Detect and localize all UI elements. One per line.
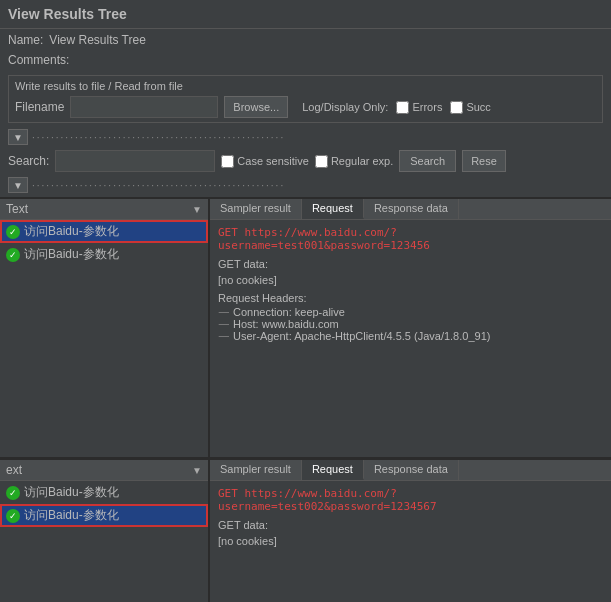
right-panel-top: Sampler result Request Response data GET… <box>210 199 611 457</box>
search-label: Search: <box>8 154 49 168</box>
expand-btn-1[interactable]: ▼ <box>8 129 28 145</box>
dropdown-icon-top[interactable]: ▼ <box>192 204 202 215</box>
status-icon-bottom-2: ✓ <box>6 509 20 523</box>
log-display-label: Log/Display Only: <box>302 101 388 113</box>
left-header-top: Text ▼ <box>0 199 208 220</box>
divider-row-1: ▼ ······································… <box>0 127 611 147</box>
status-icon-top-1: ✓ <box>6 225 20 239</box>
case-sensitive-label[interactable]: Case sensitive <box>221 155 309 168</box>
left-panel-bottom: ext ▼ ✓ 访问Baidu-参数化 ✓ 访问Baidu-参数化 <box>0 460 210 602</box>
errors-checkbox[interactable] <box>396 101 409 114</box>
tree-item-bottom-2[interactable]: ✓ 访问Baidu-参数化 <box>0 504 208 527</box>
tab-sampler-result-top[interactable]: Sampler result <box>210 199 302 219</box>
tab-request-top[interactable]: Request <box>302 199 364 219</box>
regex-checkbox[interactable] <box>315 155 328 168</box>
url-line-bottom: GET https://www.baidu.com/?username=test… <box>218 487 603 513</box>
request-headers-label-top: Request Headers: <box>218 292 603 304</box>
url-line-top: GET https://www.baidu.com/?username=test… <box>218 226 603 252</box>
comments-row: Comments: <box>0 51 611 71</box>
item-text-bottom-1: 访问Baidu-参数化 <box>24 484 119 501</box>
file-section: Write results to file / Read from file F… <box>8 75 603 123</box>
cookies-top: [no cookies] <box>218 274 603 286</box>
tree-item-top-1[interactable]: ✓ 访问Baidu-参数化 <box>0 220 208 243</box>
success-checkbox-label[interactable]: Succ <box>450 101 490 114</box>
content-area-bottom: GET https://www.baidu.com/?username=test… <box>210 481 611 602</box>
search-row: Search: Case sensitive Regular exp. Sear… <box>0 147 611 175</box>
content-area-top: GET https://www.baidu.com/?username=test… <box>210 220 611 457</box>
browse-button[interactable]: Browse... <box>224 96 288 118</box>
header-connection: ⸻ Connection: keep-alive <box>218 306 603 318</box>
file-section-title: Write results to file / Read from file <box>15 80 596 92</box>
name-label: Name: <box>8 33 43 47</box>
success-checkbox[interactable] <box>450 101 463 114</box>
name-value: View Results Tree <box>49 33 146 47</box>
tab-sampler-result-bottom[interactable]: Sampler result <box>210 460 302 480</box>
main-panel-top: Text ▼ ✓ 访问Baidu-参数化 ✓ 访问Baidu-参数化 Sampl… <box>0 197 611 457</box>
title-bar: View Results Tree <box>0 0 611 29</box>
get-data-bottom: GET data: <box>218 519 603 531</box>
tree-item-bottom-1[interactable]: ✓ 访问Baidu-参数化 <box>0 481 208 504</box>
header-user-agent: ⸻ User-Agent: Apache-HttpClient/4.5.5 (J… <box>218 330 603 342</box>
tree-item-top-2[interactable]: ✓ 访问Baidu-参数化 <box>0 243 208 266</box>
right-panel-bottom: Sampler result Request Response data GET… <box>210 460 611 602</box>
header-host: ⸻ Host: www.baidu.com <box>218 318 603 330</box>
search-options: Case sensitive Regular exp. Search Rese <box>221 150 505 172</box>
tab-request-bottom[interactable]: Request <box>302 460 364 480</box>
regex-label[interactable]: Regular exp. <box>315 155 393 168</box>
left-header-text-bottom: ext <box>6 463 192 477</box>
tab-response-data-top[interactable]: Response data <box>364 199 459 219</box>
item-text-top-2: 访问Baidu-参数化 <box>24 246 119 263</box>
status-icon-top-2: ✓ <box>6 248 20 262</box>
bottom-section: ext ▼ ✓ 访问Baidu-参数化 ✓ 访问Baidu-参数化 Sample… <box>0 457 611 602</box>
tab-response-data-bottom[interactable]: Response data <box>364 460 459 480</box>
left-header-bottom: ext ▼ <box>0 460 208 481</box>
reset-button[interactable]: Rese <box>462 150 506 172</box>
tabs-bar-bottom: Sampler result Request Response data <box>210 460 611 481</box>
dropdown-icon-bottom[interactable]: ▼ <box>192 465 202 476</box>
item-text-top-1: 访问Baidu-参数化 <box>24 223 119 240</box>
left-panel-top: Text ▼ ✓ 访问Baidu-参数化 ✓ 访问Baidu-参数化 <box>0 199 210 457</box>
status-icon-bottom-1: ✓ <box>6 486 20 500</box>
search-input[interactable] <box>55 150 215 172</box>
filename-label: Filename <box>15 100 64 114</box>
case-sensitive-checkbox[interactable] <box>221 155 234 168</box>
filename-input[interactable] <box>70 96 218 118</box>
search-button[interactable]: Search <box>399 150 456 172</box>
page-title: View Results Tree <box>8 6 127 22</box>
errors-checkbox-label[interactable]: Errors <box>396 101 442 114</box>
item-text-bottom-2: 访问Baidu-参数化 <box>24 507 119 524</box>
divider-row-2: ▼ ······································… <box>0 175 611 195</box>
cookies-bottom: [no cookies] <box>218 535 603 547</box>
expand-btn-2[interactable]: ▼ <box>8 177 28 193</box>
tabs-bar-top: Sampler result Request Response data <box>210 199 611 220</box>
left-header-text-top: Text <box>6 202 192 216</box>
get-data-top: GET data: <box>218 258 603 270</box>
comments-label: Comments: <box>8 53 69 67</box>
name-row: Name: View Results Tree <box>0 29 611 51</box>
